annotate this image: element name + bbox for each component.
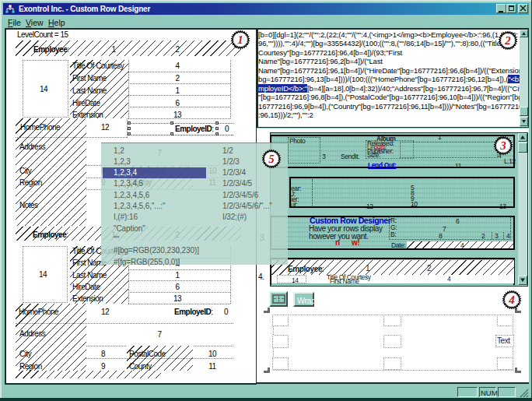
svg-text:2: 2: [504, 34, 511, 47]
svg-text:1: 1: [237, 33, 243, 46]
svg-text:3: 3: [499, 139, 506, 152]
svg-text:4: 4: [508, 294, 515, 306]
svg-text:5: 5: [268, 153, 275, 165]
